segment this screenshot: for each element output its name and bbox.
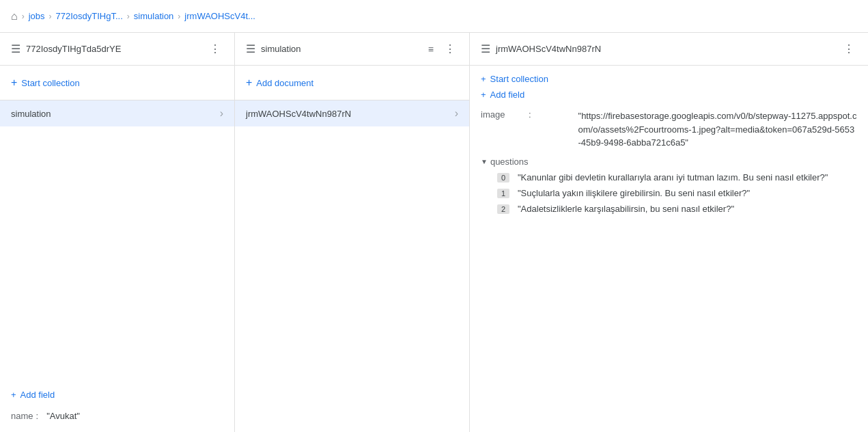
col2-filter-button[interactable]: ≡: [425, 41, 436, 57]
col1-list-item-simulation[interactable]: simulation ›: [0, 100, 234, 126]
col1-header-icon: ☰: [11, 42, 20, 55]
col3-add-field-row[interactable]: + Add field: [481, 90, 857, 100]
col3-questions-key-label: questions: [490, 157, 529, 167]
col1-header: ☰ 772IosdyTIHgTda5drYE ⋮: [0, 33, 234, 66]
col3-question-item-0: 0 "Kanunlar gibi devletin kurallarıyla a…: [497, 170, 857, 185]
col3-question-item-1: 1 "Suçlularla yakın ilişkilere girebilir…: [497, 185, 857, 201]
col1-field-key-name: name: [11, 411, 33, 421]
col3-title: jrmWAOHScV4twNn987rN: [496, 44, 601, 54]
col2-header-left: ☰ simulation: [246, 42, 301, 55]
col2-add-document-label: Add document: [256, 78, 313, 88]
col3-header-left: ☰ jrmWAOHScV4twNn987rN: [481, 42, 601, 55]
col2-list-item-doc[interactable]: jrmWAOHScV4twNn987rN ›: [235, 100, 469, 126]
breadcrumb-sep-2: ›: [127, 12, 130, 21]
col1-title: 772IosdyTIHgTda5drYE: [26, 44, 121, 54]
col2-header: ☰ simulation ≡ ⋮: [235, 33, 469, 66]
breadcrumb-bar: ⌂ › jobs › 772IosdyTIHgT... › simulation…: [0, 0, 868, 33]
breadcrumb-sep-3: ›: [178, 12, 180, 21]
breadcrumb-sep-0: ›: [22, 12, 25, 21]
col2-actions: + Add document: [235, 66, 469, 100]
col1-plus-icon: +: [11, 77, 17, 89]
col1-field-name: name : "Avukat": [11, 408, 223, 424]
col1-field-colon-name: :: [36, 411, 39, 421]
col1-add-field-plus: +: [11, 390, 16, 400]
col3-question-index-1: 1: [497, 189, 509, 198]
main-container: ☰ 772IosdyTIHgTda5drYE ⋮ + Start collect…: [0, 33, 868, 432]
breadcrumb-sep-1: ›: [49, 12, 52, 21]
column-1: ☰ 772IosdyTIHgTda5drYE ⋮ + Start collect…: [0, 33, 235, 432]
col3-questions-key-area: ▼ questions: [481, 157, 549, 167]
col2-item-arrow-doc: ›: [455, 107, 458, 120]
col3-question-items: 0 "Kanunlar gibi devletin kurallarıyla a…: [481, 170, 857, 217]
col3-image-value: "https://firebasestorage.googleapis.com/…: [578, 109, 857, 150]
col2-title: simulation: [261, 44, 301, 54]
col1-more-button[interactable]: ⋮: [207, 40, 223, 58]
col1-fields: + Add field name : "Avukat": [0, 379, 234, 432]
col1-start-collection-button[interactable]: + Start collection: [11, 74, 80, 92]
col2-header-icon: ☰: [246, 42, 255, 55]
breadcrumb-simulation[interactable]: simulation: [134, 11, 174, 21]
col3-add-field-plus: +: [481, 90, 486, 100]
col3-question-index-0: 0: [497, 173, 509, 183]
home-icon[interactable]: ⌂: [11, 10, 18, 23]
col1-header-actions: ⋮: [207, 40, 223, 58]
col1-item-arrow-simulation: ›: [220, 107, 223, 120]
col3-add-field-label: Add field: [490, 90, 525, 100]
col3-question-text-2: "Adaletsizliklerle karşılaşabilirsin, bu…: [518, 204, 734, 214]
col1-item-name-simulation: simulation: [11, 109, 51, 119]
col3-question-item-2: 2 "Adaletsizliklerle karşılaşabilirsin, …: [497, 201, 857, 217]
col2-plus-icon: +: [246, 77, 252, 89]
col2-more-button[interactable]: ⋮: [442, 40, 458, 58]
col3-more-button[interactable]: ⋮: [841, 40, 857, 58]
col3-start-collection-label: Start collection: [490, 74, 548, 84]
breadcrumb-collection1[interactable]: 772IosdyTIHgT...: [56, 11, 123, 21]
col3-start-collection-row[interactable]: + Start collection: [481, 74, 857, 84]
breadcrumb-jobs[interactable]: jobs: [29, 11, 45, 21]
column-2: ☰ simulation ≡ ⋮ + Add document jrmWAOHS…: [235, 33, 470, 432]
col3-question-index-2: 2: [497, 204, 509, 214]
col1-add-field-label: Add field: [20, 390, 55, 400]
col1-list: simulation ›: [0, 100, 234, 379]
col1-start-collection-label: Start collection: [21, 78, 79, 88]
col3-questions-row: ▼ questions: [481, 154, 857, 170]
col2-add-document-button[interactable]: + Add document: [246, 74, 313, 92]
col3-header-icon: ☰: [481, 42, 490, 55]
col3-header: ☰ jrmWAOHScV4twNn987rN ⋮: [470, 33, 868, 66]
col2-header-actions: ≡ ⋮: [425, 40, 458, 58]
col3-image-colon: :: [529, 109, 576, 120]
column-3: ☰ jrmWAOHScV4twNn987rN ⋮ + Start collect…: [470, 33, 868, 432]
col3-header-actions: ⋮: [841, 40, 857, 58]
col2-list: jrmWAOHScV4twNn987rN ›: [235, 100, 469, 432]
col3-questions-triangle[interactable]: ▼: [481, 158, 488, 165]
col3-question-text-1: "Suçlularla yakın ilişkilere girebilirsi…: [518, 188, 750, 198]
col1-actions: + Start collection: [0, 66, 234, 100]
col1-field-value-name: "Avukat": [46, 411, 80, 421]
col1-header-left: ☰ 772IosdyTIHgTda5drYE: [11, 42, 121, 55]
col3-question-text-0: "Kanunlar gibi devletin kurallarıyla ara…: [518, 172, 828, 183]
col3-start-collection-plus: +: [481, 74, 486, 84]
breadcrumb-document1[interactable]: jrmWAOHScV4t...: [184, 11, 255, 21]
col2-item-name-doc: jrmWAOHScV4twNn987rN: [246, 109, 351, 119]
col1-add-field-button[interactable]: + Add field: [11, 387, 55, 403]
col3-doc-content: + Start collection + Add field image : "…: [470, 66, 868, 432]
col3-image-field-row: image : "https://firebasestorage.googlea…: [481, 105, 857, 154]
col3-image-key: image: [481, 109, 529, 120]
